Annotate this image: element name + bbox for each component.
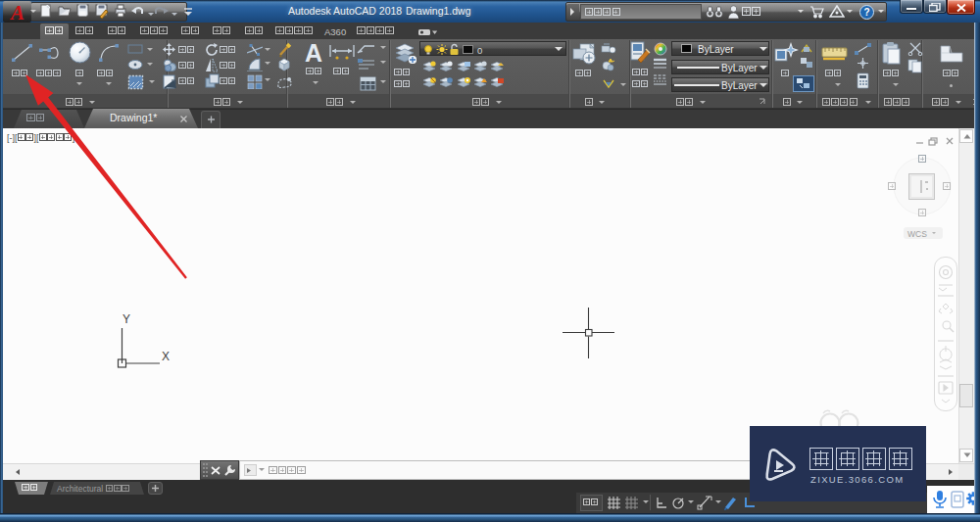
svg-text:A: A — [9, 2, 24, 22]
svg-text:?: ? — [863, 7, 869, 18]
svg-text:Y: Y — [122, 312, 130, 326]
svg-text:X: X — [162, 350, 170, 363]
